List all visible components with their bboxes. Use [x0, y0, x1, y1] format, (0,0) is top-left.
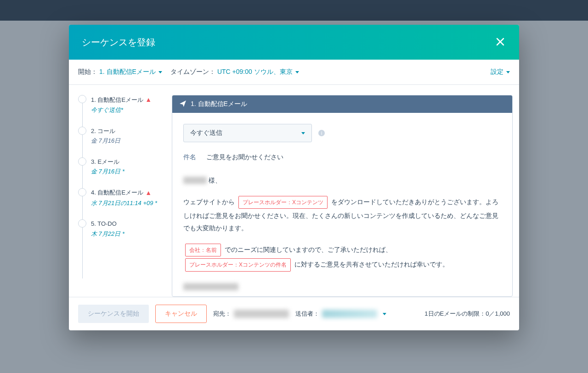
- step-bullet: [78, 188, 86, 196]
- redacted-signature: XXXXXXXX XXXX: [183, 283, 238, 290]
- modal-header: シーケンスを登録: [69, 25, 519, 60]
- chevron-down-icon: [295, 71, 299, 73]
- paper-plane-icon: [180, 100, 186, 108]
- timeline-step-1[interactable]: 1. 自動配信Eメール ▲ 今すぐ送信*: [78, 95, 172, 115]
- sequence-enroll-modal: シーケンスを登録 開始： 1. 自動配信Eメール タイムゾーン： UTC +09…: [69, 25, 519, 330]
- timeline-step-5[interactable]: 5. TO-DO 木 7月22日 *: [78, 219, 172, 238]
- start-label: 開始：: [78, 68, 97, 76]
- modal-footer: シーケンスを開始 キャンセル 宛先： 送信者： 1日のEメールの制限：0／1,0…: [69, 297, 519, 330]
- editor-pane: 1. 自動配信Eメール 今すぐ送信 i 件名 ご意見をお聞かせください: [172, 95, 513, 297]
- placeholder-token-x-subject[interactable]: プレースホルダー：Xコンテンツの件名: [185, 258, 291, 272]
- subject-label: 件名: [183, 153, 196, 161]
- subject-value[interactable]: ご意見をお聞かせください: [206, 153, 283, 161]
- email-editor-card: 1. 自動配信Eメール 今すぐ送信 i 件名 ご意見をお聞かせください: [172, 95, 513, 297]
- editor-body: 今すぐ送信 i 件名 ご意見をお聞かせください XXXXX 様、: [172, 113, 512, 296]
- start-step-dropdown[interactable]: 1. 自動配信Eメール: [99, 68, 162, 76]
- chevron-down-icon: [506, 71, 510, 73]
- recipient-label: 宛先：: [213, 310, 231, 318]
- warning-icon: ▲: [145, 95, 152, 105]
- step-bullet: [78, 157, 86, 166]
- editor-header: 1. 自動配信Eメール: [172, 95, 512, 113]
- modal-title: シーケンスを登録: [82, 36, 155, 49]
- step-timeline: 1. 自動配信Eメール ▲ 今すぐ送信* 2. コール 金 7月16日 3. E…: [75, 95, 172, 297]
- modal-body: 1. 自動配信Eメール ▲ 今すぐ送信* 2. コール 金 7月16日 3. E…: [69, 85, 519, 297]
- step-bullet: [78, 219, 86, 228]
- timeline-step-3[interactable]: 3. Eメール 金 7月16日 *: [78, 157, 172, 176]
- placeholder-token-x-content[interactable]: プレースホルダー：Xコンテンツ: [238, 196, 328, 209]
- timeline-step-4[interactable]: 4. 自動配信Eメール ▲ 水 7月21日の11:14 +09 *: [78, 188, 172, 208]
- sender-label: 送信者：: [295, 310, 319, 318]
- placeholder-token-company[interactable]: 会社：名前: [185, 244, 221, 257]
- email-body-editor[interactable]: XXXXX 様、 ウェブサイトから プレースホルダー：Xコンテンツ をダウンロー…: [183, 174, 501, 293]
- close-icon[interactable]: [494, 35, 506, 50]
- timezone-dropdown[interactable]: UTC +09:00 ソウル、東京: [217, 68, 299, 76]
- send-timing-select[interactable]: 今すぐ送信: [183, 124, 312, 142]
- info-icon[interactable]: i: [318, 130, 325, 136]
- cancel-button[interactable]: キャンセル: [155, 305, 207, 323]
- sender-value-redacted[interactable]: [322, 310, 377, 318]
- step-bullet: [78, 95, 86, 103]
- start-sequence-button[interactable]: シーケンスを開始: [78, 305, 149, 323]
- warning-icon: ▲: [145, 188, 152, 198]
- timeline-step-2[interactable]: 2. コール 金 7月16日: [78, 127, 172, 145]
- step-bullet: [78, 127, 86, 135]
- chevron-down-icon: [301, 132, 305, 134]
- chevron-down-icon: [158, 71, 162, 73]
- redacted-name: XXXXX: [183, 177, 207, 184]
- chevron-down-icon[interactable]: [383, 313, 386, 315]
- timezone-label: タイムゾーン：: [170, 68, 215, 76]
- daily-limit: 1日のEメールの制限：0／1,000: [424, 310, 510, 318]
- settings-dropdown[interactable]: 設定: [491, 68, 510, 76]
- settings-bar: 開始： 1. 自動配信Eメール タイムゾーン： UTC +09:00 ソウル、東…: [69, 60, 519, 85]
- recipient-value-redacted: [234, 310, 289, 318]
